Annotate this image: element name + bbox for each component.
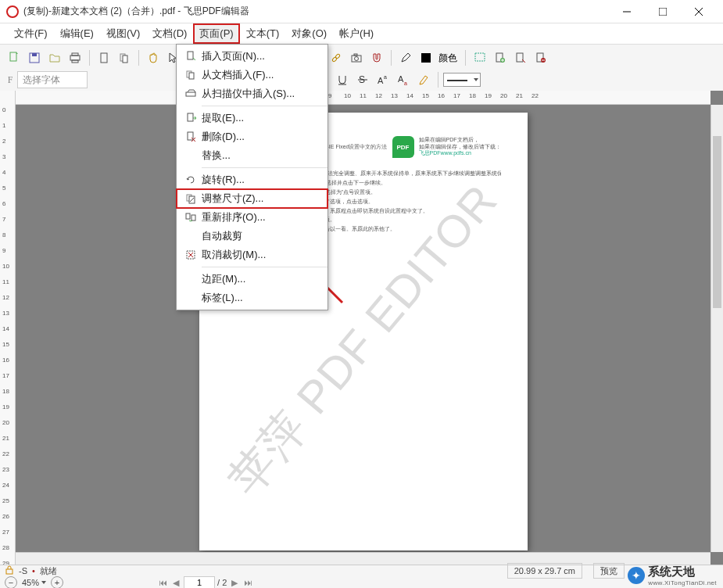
site-logo-url: www.XiTongTianDi.net — [648, 579, 717, 586]
strikeout-icon[interactable]: S — [353, 70, 372, 89]
page-settings-icon[interactable] — [511, 48, 530, 67]
menu-auto-crop[interactable]: 自动裁剪 — [177, 227, 327, 246]
status-bar: -S • 就绪 20.99 x 29.7 cm 预览 − 45% + ⏮ ◀ /… — [0, 565, 723, 588]
menu-margins[interactable]: 边距(M)... — [177, 270, 327, 289]
document-canvas[interactable]: IE Fixed怎么设置中文-IE Fixed设置中文的方法 PDF 如果在编辑… — [16, 105, 710, 552]
zoom-in-button[interactable]: + — [51, 576, 63, 588]
extract-icon — [180, 112, 202, 124]
svg-text:a: a — [384, 74, 387, 80]
svg-text:A: A — [398, 74, 404, 84]
svg-rect-7 — [101, 53, 107, 63]
minimize-button[interactable] — [609, 0, 645, 23]
close-button[interactable] — [681, 0, 717, 23]
first-page-button[interactable]: ⏮ — [157, 577, 168, 588]
scanner-icon — [180, 88, 202, 100]
menu-reorder[interactable]: 重新排序(O)... — [177, 208, 327, 227]
title-bar: (复制)-新建文本文档 (2)（合并）.pdf - 飞思PDF编辑器 — [0, 0, 723, 23]
menu-rotate[interactable]: 旋转(R)... — [177, 170, 327, 189]
rotate-icon — [180, 174, 202, 186]
vertical-scrollbar[interactable] — [710, 105, 723, 552]
menu-replace[interactable]: 替换... — [177, 146, 327, 165]
status-ready: 就绪 — [40, 565, 57, 577]
svg-rect-19 — [517, 53, 523, 62]
svg-rect-1 — [10, 52, 16, 61]
svg-rect-36 — [191, 215, 195, 220]
remove-page-icon[interactable] — [532, 48, 550, 67]
menu-document[interactable]: 文档(D) — [146, 23, 193, 44]
fill-color-icon[interactable] — [417, 48, 435, 67]
menu-object[interactable]: 对象(O) — [285, 23, 333, 44]
highlight-icon[interactable] — [414, 70, 433, 89]
site-logo-icon: ✦ — [628, 567, 645, 584]
cancel-crop-icon — [180, 249, 202, 261]
svg-rect-3 — [32, 53, 37, 56]
preview-button[interactable]: 预览 — [593, 563, 625, 579]
insert-page-icon — [180, 50, 202, 63]
svg-rect-39 — [6, 569, 13, 574]
svg-rect-14 — [354, 54, 357, 56]
line-style-select[interactable] — [443, 73, 481, 87]
camera-icon[interactable] — [347, 48, 366, 67]
page-dimensions: 20.99 x 29.7 cm — [507, 563, 582, 579]
page-total: / 2 — [217, 578, 227, 587]
page-icon[interactable] — [95, 48, 113, 67]
last-page-button[interactable]: ⏭ — [242, 577, 253, 588]
svg-rect-5 — [72, 53, 78, 56]
menu-file[interactable]: 文件(F) — [8, 23, 54, 44]
page-menu-dropdown: 插入页面(N)... 从文档插入(F)... 从扫描仪中插入(S)... 提取(… — [176, 44, 328, 310]
magnet-icon[interactable] — [367, 48, 386, 67]
horizontal-ruler: 012345678910111213141516171819202122 — [16, 91, 710, 105]
font-placeholder: 选择字体 — [23, 74, 60, 87]
prev-page-button[interactable]: ◀ — [170, 577, 181, 588]
new-icon[interactable] — [5, 48, 23, 67]
app-icon — [6, 5, 19, 18]
next-page-button[interactable]: ▶ — [229, 577, 240, 588]
site-logo-text: 系统天地 — [648, 565, 717, 579]
menu-insert-page[interactable]: 插入页面(N)... — [177, 47, 327, 66]
insert-doc-icon — [180, 69, 202, 81]
pen-icon[interactable] — [396, 48, 415, 67]
hand-icon[interactable] — [144, 48, 163, 67]
menu-cancel-crop[interactable]: 取消裁切(M)... — [177, 246, 327, 264]
menu-account[interactable]: 帐户(H) — [333, 23, 380, 44]
svg-rect-30 — [186, 92, 195, 96]
print-icon[interactable] — [66, 48, 84, 67]
underline-icon[interactable] — [333, 70, 352, 89]
window-title: (复制)-新建文本文档 (2)（合并）.pdf - 飞思PDF编辑器 — [23, 5, 609, 18]
zoom-value[interactable]: 45% — [22, 578, 46, 587]
page-number-input[interactable] — [184, 576, 215, 588]
zoom-out-button[interactable]: − — [5, 576, 17, 588]
menu-labels[interactable]: 标签(L)... — [177, 289, 327, 307]
menu-bar: 文件(F) 编辑(E) 视图(V) 文档(D) 页面(P) 文本(T) 对象(O… — [0, 23, 723, 44]
svg-rect-4 — [70, 56, 80, 60]
menu-insert-from-doc[interactable]: 从文档插入(F)... — [177, 66, 327, 84]
work-area: 012345678910111213141516171819202122 012… — [0, 91, 723, 565]
menu-insert-from-scanner[interactable]: 从扫描仪中插入(S)... — [177, 84, 327, 103]
toolbar-area: 颜色 F 选择字体 S Aa Aa — [0, 44, 723, 94]
delete-icon — [180, 131, 202, 143]
menu-text[interactable]: 文本(T) — [240, 23, 286, 44]
superscript-icon[interactable]: Aa — [374, 70, 392, 89]
menu-delete[interactable]: 删除(D)... — [177, 127, 327, 146]
link-icon[interactable] — [327, 48, 345, 67]
svg-point-13 — [355, 57, 359, 61]
secure-bullet: -S — [19, 566, 27, 575]
resize-icon — [180, 192, 202, 205]
rect-select-icon[interactable] — [471, 48, 489, 67]
svg-rect-0 — [659, 8, 667, 16]
svg-point-11 — [335, 53, 340, 59]
font-select[interactable]: 选择字体 — [17, 71, 88, 88]
menu-edit[interactable]: 编辑(E) — [54, 23, 100, 44]
menu-view[interactable]: 视图(V) — [100, 23, 146, 44]
open-icon[interactable] — [45, 48, 64, 67]
menu-extract[interactable]: 提取(E)... — [177, 109, 327, 127]
pages-icon[interactable] — [115, 48, 134, 67]
save-icon[interactable] — [25, 48, 44, 67]
menu-page[interactable]: 页面(P) — [193, 23, 239, 44]
subscript-icon[interactable]: Aa — [394, 70, 413, 89]
maximize-button[interactable] — [645, 0, 681, 23]
site-watermark: ✦ 系统天地 www.XiTongTianDi.net — [628, 565, 717, 586]
menu-resize[interactable]: 调整尺寸(Z)... — [177, 189, 327, 208]
add-page-icon[interactable] — [491, 48, 510, 67]
svg-point-10 — [331, 56, 337, 62]
